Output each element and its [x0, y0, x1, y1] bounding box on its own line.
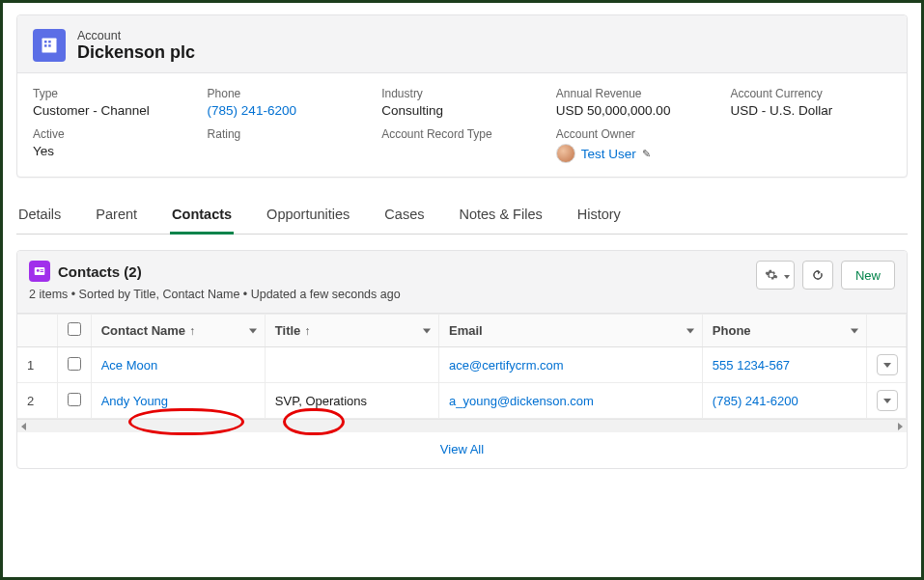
field-label-phone: Phone [208, 87, 369, 100]
field-value-industry: Consulting [381, 103, 543, 118]
chevron-down-icon [883, 399, 891, 403]
column-menu-contact-name[interactable] [249, 328, 257, 333]
field-label-annual-revenue: Annual Revenue [556, 87, 717, 100]
svg-rect-7 [41, 269, 44, 270]
column-header-phone[interactable]: Phone [702, 315, 866, 347]
column-header-phone-label: Phone [713, 323, 751, 338]
view-all-link[interactable]: View All [17, 432, 907, 468]
row-number: 2 [17, 383, 57, 419]
contacts-table: Contact Name ↑ Title ↑ Email [17, 314, 907, 419]
account-icon [33, 29, 66, 62]
svg-point-6 [37, 269, 40, 272]
account-owner-avatar [556, 144, 575, 163]
tab-contacts[interactable]: Contacts [170, 197, 234, 235]
column-header-actions [866, 315, 906, 347]
column-header-checkbox[interactable] [57, 315, 91, 347]
field-value-annual-revenue: USD 50,000,000.00 [556, 103, 717, 118]
refresh-icon [811, 268, 825, 282]
table-row: 1 Ace Moon ace@certifycrm.com 555 1234-5… [17, 347, 907, 383]
column-menu-title[interactable] [423, 328, 431, 333]
tab-details[interactable]: Details [16, 197, 63, 235]
row-checkbox[interactable] [68, 357, 81, 371]
row-checkbox[interactable] [68, 393, 81, 406]
field-label-rating: Rating [208, 127, 369, 141]
column-menu-phone[interactable] [851, 328, 858, 333]
field-label-account-currency: Account Currency [730, 87, 891, 100]
select-all-checkbox[interactable] [68, 322, 81, 336]
new-contact-button[interactable]: New [841, 261, 895, 290]
column-header-email-label: Email [449, 323, 483, 338]
change-owner-icon[interactable]: ✎ [642, 147, 656, 160]
field-value-type: Customer - Channel [33, 103, 194, 118]
column-header-contact-name-label: Contact Name [101, 323, 185, 338]
tab-parent[interactable]: Parent [94, 197, 139, 235]
related-tabs: Details Parent Contacts Opportunities Ca… [16, 191, 908, 235]
chevron-down-icon [784, 275, 790, 279]
tab-cases[interactable]: Cases [382, 197, 426, 235]
column-header-email[interactable]: Email [439, 315, 703, 347]
contact-name-link[interactable]: Andy Young [101, 394, 168, 408]
svg-rect-3 [44, 44, 47, 47]
row-number: 1 [17, 347, 57, 383]
field-label-active: Active [33, 127, 194, 141]
horizontal-scrollbar[interactable] [17, 419, 907, 432]
contact-phone-link[interactable]: (785) 241-6200 [713, 394, 798, 408]
contact-email-link[interactable]: a_young@dickenson.com [449, 394, 594, 408]
row-actions-button[interactable] [877, 354, 898, 375]
tab-notes-files[interactable]: Notes & Files [457, 197, 544, 235]
refresh-button[interactable] [802, 261, 833, 290]
field-label-record-type: Account Record Type [381, 127, 543, 141]
contact-phone-link[interactable]: 555 1234-567 [713, 358, 790, 373]
svg-rect-1 [44, 41, 47, 43]
field-value-active: Yes [33, 144, 194, 158]
contacts-list-title: Contacts (2) [58, 263, 142, 280]
record-name: Dickenson plc [77, 42, 195, 63]
column-header-title[interactable]: Title ↑ [265, 315, 438, 347]
chevron-down-icon [883, 363, 891, 368]
contact-icon [29, 261, 50, 282]
column-header-contact-name[interactable]: Contact Name ↑ [91, 315, 265, 347]
tab-opportunities[interactable]: Opportunities [265, 197, 351, 235]
tab-history[interactable]: History [575, 197, 623, 235]
contact-name-link[interactable]: Ace Moon [101, 358, 158, 373]
field-value-phone[interactable]: (785) 241-6200 [208, 103, 296, 118]
field-label-account-owner: Account Owner [556, 127, 717, 141]
field-label-industry: Industry [381, 87, 543, 100]
contacts-list-subtitle: 2 items • Sorted by Title, Contact Name … [29, 288, 895, 301]
column-header-title-label: Title [275, 323, 301, 338]
sort-asc-icon: ↑ [304, 324, 310, 338]
svg-rect-2 [48, 41, 51, 43]
column-menu-email[interactable] [686, 328, 694, 333]
field-label-type: Type [33, 87, 194, 100]
row-actions-button[interactable] [877, 390, 898, 411]
account-owner-link[interactable]: Test User [581, 147, 636, 161]
table-row: 2 Andy Young SVP, Operations a_young@dic… [17, 383, 907, 419]
object-label: Account [77, 29, 195, 42]
sort-asc-icon: ↑ [189, 324, 195, 338]
contact-email-link[interactable]: ace@certifycrm.com [449, 358, 564, 373]
svg-rect-4 [48, 44, 51, 47]
field-value-account-currency: USD - U.S. Dollar [730, 103, 891, 118]
list-settings-button[interactable] [756, 261, 795, 290]
svg-rect-8 [41, 271, 44, 272]
contact-title [265, 347, 438, 383]
column-header-rownum [17, 315, 57, 347]
contact-title: SVP, Operations [265, 383, 438, 419]
gear-icon [765, 268, 778, 282]
